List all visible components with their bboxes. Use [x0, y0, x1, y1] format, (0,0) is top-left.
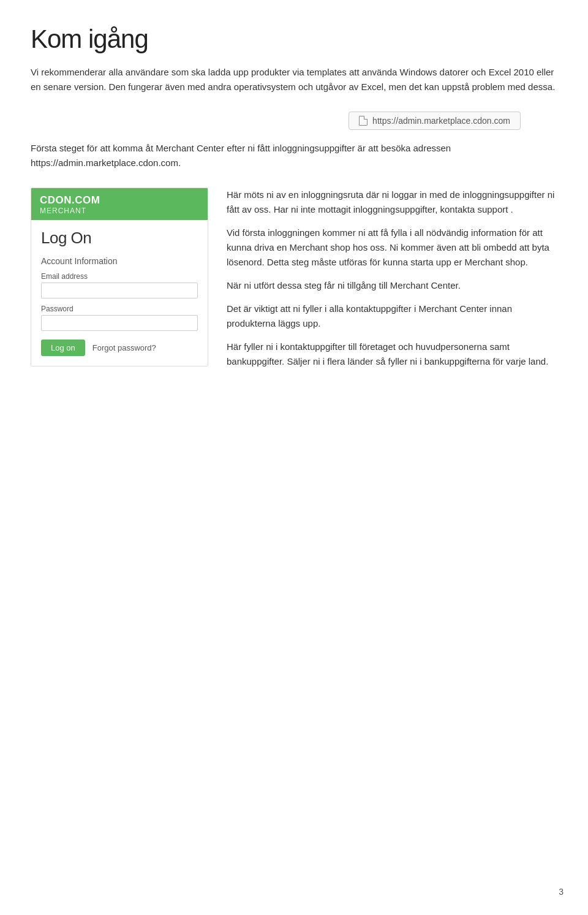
password-field-group: Password: [41, 305, 198, 331]
desc-para4: Det är viktigt att ni fyller i alla kont…: [227, 302, 557, 331]
brand-name: CDON.COM: [40, 194, 199, 207]
login-body: Log On Account Information Email address…: [31, 220, 208, 366]
main-content: CDON.COM MERCHANT Log On Account Informa…: [31, 188, 557, 378]
form-actions: Log on Forgot password?: [41, 340, 198, 356]
password-input[interactable]: [41, 315, 198, 331]
email-field-group: Email address: [41, 272, 198, 298]
desc-para3: När ni utfört dessa steg får ni tillgång…: [227, 278, 557, 293]
first-step-text: Första steget för att komma åt Merchant …: [31, 141, 557, 170]
page-title: Kom igång: [31, 25, 557, 54]
login-panel: CDON.COM MERCHANT Log On Account Informa…: [31, 188, 208, 366]
intro-paragraph: Vi rekommenderar alla användare som ska …: [31, 65, 557, 94]
desc-para1: Här möts ni av en inloggningsruta där ni…: [227, 188, 557, 217]
email-input[interactable]: [41, 283, 198, 298]
url-bar: https://admin.marketplace.cdon.com: [349, 112, 521, 130]
brand-sub: MERCHANT: [40, 207, 199, 215]
forgot-password-button[interactable]: Forgot password?: [92, 343, 156, 352]
password-label: Password: [41, 305, 198, 313]
document-icon: [359, 116, 368, 126]
logon-button[interactable]: Log on: [41, 340, 85, 356]
url-text: https://admin.marketplace.cdon.com: [372, 116, 510, 126]
login-header: CDON.COM MERCHANT: [31, 188, 208, 220]
email-label: Email address: [41, 272, 198, 281]
desc-para5: Här fyller ni i kontaktuppgifter till fö…: [227, 340, 557, 369]
login-section-title: Account Information: [41, 256, 198, 266]
login-heading: Log On: [41, 229, 198, 248]
desc-para2: Vid första inloggningen kommer ni att få…: [227, 226, 557, 270]
url-bar-container: https://admin.marketplace.cdon.com: [31, 112, 557, 130]
description-column: Här möts ni av en inloggningsruta där ni…: [227, 188, 557, 378]
